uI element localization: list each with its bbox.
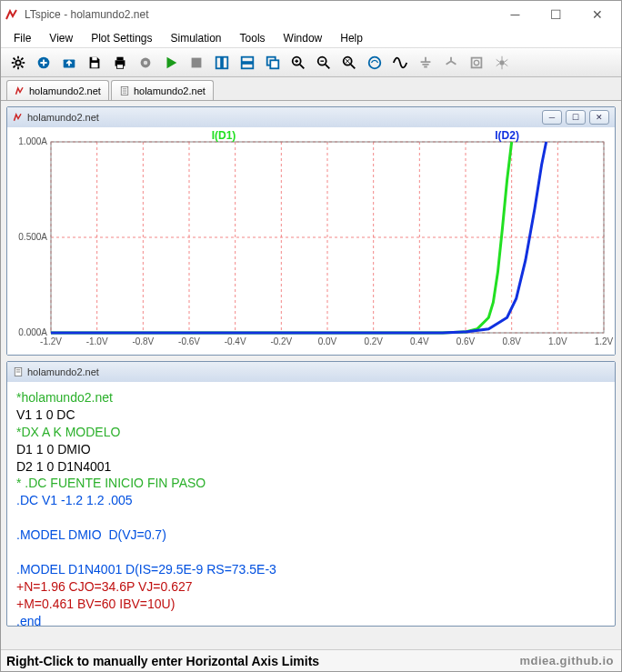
netlist-text[interactable]: *holamundo2.netV1 1 0 DC*DX A K MODELOD1…: [7, 382, 615, 626]
netlist-line: .MODEL D1N4001 D(IS=29.5E-9 RS=73.5E-3: [16, 561, 606, 578]
minimize-button[interactable]: ─: [495, 2, 536, 27]
panel-maximize-button[interactable]: ☐: [566, 110, 586, 125]
svg-rect-22: [242, 63, 254, 67]
status-hint: Right-Click to manually enter Horizontal…: [6, 654, 319, 668]
close-button[interactable]: ✕: [577, 2, 617, 27]
svg-line-7: [14, 65, 15, 67]
x-tick-label: 0.6V: [456, 336, 476, 346]
x-tick-label: 0.4V: [410, 336, 429, 346]
statusbar: Right-Click to manually enter Horizontal…: [1, 649, 621, 671]
netlist-panel-header[interactable]: holamundo2.net: [7, 362, 615, 382]
document-tabs: holamundo2.net holamundo2.net: [1, 77, 621, 101]
plot-panel: holamundo2.net ─ ☐ ✕ 1.000A0.500A0.000A-…: [6, 106, 616, 356]
svg-line-5: [14, 57, 15, 59]
svg-rect-18: [192, 57, 202, 67]
net-icon[interactable]: [439, 52, 463, 74]
doc-icon: [13, 366, 24, 377]
x-tick-label: 1.2V: [595, 336, 613, 346]
tab-netlist[interactable]: holamundo2.net: [111, 80, 214, 100]
zoom-out-icon[interactable]: [312, 52, 336, 74]
titlebar: LTspice - holamundo2.net ─ ☐ ✕: [1, 1, 621, 28]
settings2-icon[interactable]: [134, 52, 157, 74]
doc-icon: [119, 85, 130, 96]
svg-line-41: [505, 63, 508, 65]
svg-point-17: [144, 60, 148, 65]
cascade-icon[interactable]: [261, 52, 285, 74]
menu-view[interactable]: View: [40, 32, 82, 45]
menu-file[interactable]: File: [5, 32, 40, 45]
tab-label: holamundo2.net: [134, 85, 206, 96]
toolbar: [1, 48, 621, 77]
y-tick-label: 0.500A: [18, 232, 47, 242]
trace-label[interactable]: I(D1): [212, 129, 236, 142]
save-icon[interactable]: [83, 52, 106, 74]
netlist-line: .end: [16, 613, 606, 626]
run-icon[interactable]: [159, 52, 183, 74]
netlist-line: +M=0.461 BV=60 IBV=10U): [16, 596, 606, 613]
svg-point-36: [499, 60, 504, 65]
x-tick-label: 1.0V: [548, 336, 567, 346]
svg-point-33: [369, 56, 381, 68]
maximize-button[interactable]: ☐: [536, 2, 577, 27]
x-tick-label: 0.2V: [364, 336, 383, 346]
waveform-icon: [15, 85, 25, 96]
sine-icon[interactable]: [388, 52, 412, 74]
svg-point-35: [474, 60, 478, 65]
x-tick-label: -0.2V: [270, 336, 292, 346]
menu-tools[interactable]: Tools: [231, 32, 275, 45]
zoom-in-icon[interactable]: [286, 52, 310, 74]
autoscale-icon[interactable]: [363, 52, 386, 74]
svg-rect-12: [91, 63, 97, 67]
svg-rect-21: [242, 56, 254, 61]
plot-panel-title: holamundo2.net: [27, 112, 99, 123]
print-icon[interactable]: [108, 52, 132, 74]
svg-line-6: [21, 65, 23, 67]
component-icon[interactable]: [465, 52, 488, 74]
x-tick-label: 0.8V: [502, 336, 521, 346]
svg-line-40: [497, 63, 500, 65]
x-tick-label: 0.0V: [318, 336, 337, 346]
svg-rect-20: [223, 56, 227, 68]
netlist-panel: holamundo2.net *holamundo2.netV1 1 0 DC*…: [6, 361, 616, 627]
menu-window[interactable]: Window: [275, 32, 332, 45]
tab-waveform[interactable]: holamundo2.net: [6, 80, 109, 100]
plot-panel-header[interactable]: holamundo2.net ─ ☐ ✕: [7, 107, 615, 127]
x-tick-label: -1.0V: [86, 336, 108, 346]
stop-icon[interactable]: [185, 52, 208, 74]
menubar: File View Plot Settings Simulation Tools…: [1, 28, 621, 48]
watermark: mdiea.github.io: [519, 654, 614, 667]
y-tick-label: 1.000A: [18, 136, 47, 146]
stack-icon[interactable]: [236, 52, 259, 74]
svg-line-26: [300, 64, 305, 68]
trace-label[interactable]: I(D2): [495, 129, 519, 142]
panel-close-button[interactable]: ✕: [589, 110, 609, 125]
netlist-line: +N=1.96 CJO=34.6P VJ=0.627: [16, 578, 606, 596]
netlist-line: *DX A K MODELO: [16, 424, 606, 441]
svg-rect-19: [216, 56, 221, 68]
svg-rect-34: [472, 57, 482, 67]
menu-simulation[interactable]: Simulation: [162, 32, 231, 45]
panel-minimize-button[interactable]: ─: [542, 110, 562, 125]
svg-line-8: [21, 57, 23, 59]
settings-icon[interactable]: [6, 52, 30, 74]
x-tick-label: -0.6V: [178, 336, 200, 346]
svg-line-28: [326, 64, 330, 68]
open-icon[interactable]: [57, 52, 81, 74]
svg-rect-24: [270, 60, 278, 68]
netlist-line: D1 1 0 DMIO: [16, 441, 606, 458]
svg-line-39: [505, 59, 508, 62]
x-tick-label: -1.2V: [40, 336, 62, 346]
netlist-line: .DC V1 -1.2 1.2 .005: [16, 492, 606, 509]
ground-icon[interactable]: [414, 52, 437, 74]
window-title: LTspice - holamundo2.net: [25, 8, 495, 21]
chart-area[interactable]: 1.000A0.500A0.000A-1.2V-1.0V-0.8V-0.6V-0…: [7, 127, 615, 355]
zoom-fit-icon[interactable]: [337, 52, 361, 74]
netlist-line: [16, 544, 606, 561]
menu-help[interactable]: Help: [331, 32, 372, 45]
ant-icon[interactable]: [490, 52, 514, 74]
netlist-line: V1 1 0 DC: [16, 406, 606, 424]
menu-plot-settings[interactable]: Plot Settings: [82, 32, 161, 45]
tile-icon[interactable]: [210, 52, 234, 74]
new-icon[interactable]: [32, 52, 55, 74]
svg-point-0: [15, 60, 20, 65]
